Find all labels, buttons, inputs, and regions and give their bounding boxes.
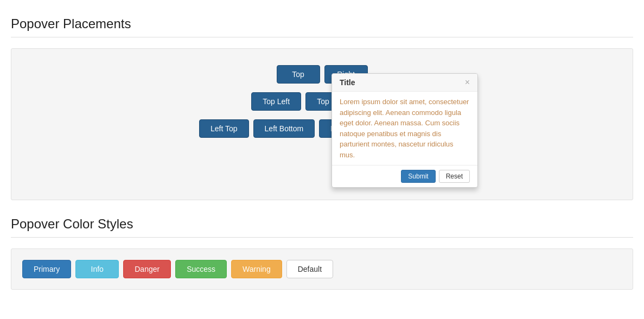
popover-body: Lorem ipsum dolor sit amet, consectetuer… — [332, 92, 477, 165]
popover: Title × Lorem ipsum dolor sit amet, cons… — [331, 73, 478, 188]
btn-left-top[interactable]: Left Top — [199, 119, 249, 138]
popover-title-text: Title — [340, 78, 355, 87]
btn-color-warning[interactable]: Warning — [231, 260, 282, 278]
popover-reset-button[interactable]: Reset — [439, 170, 470, 183]
popover-close-button[interactable]: × — [465, 78, 470, 87]
btn-color-primary[interactable]: Primary — [22, 260, 71, 278]
popover-submit-button[interactable]: Submit — [401, 170, 435, 183]
placements-demo-area: Top Right Top Left Top Right B Left Top — [11, 48, 633, 200]
btn-color-danger[interactable]: Danger — [123, 260, 171, 278]
btn-color-default[interactable]: Default — [286, 260, 333, 278]
btn-top[interactable]: Top — [277, 65, 320, 84]
btn-left-bottom[interactable]: Left Bottom — [253, 119, 315, 138]
btn-top-left[interactable]: Top Left — [251, 92, 301, 111]
placements-section-title: Popover Placements — [11, 16, 633, 31]
color-btn-row: Primary Info Danger Success Warning Defa… — [22, 260, 622, 278]
popover-header: Title × — [332, 74, 477, 92]
color-styles-section-title: Popover Color Styles — [11, 216, 633, 232]
btn-color-info[interactable]: Info — [75, 260, 119, 278]
color-demo-area: Primary Info Danger Success Warning Defa… — [11, 248, 633, 290]
btn-row-2: Top Left Top Right B — [22, 92, 622, 111]
popover-footer: Submit Reset — [332, 165, 477, 187]
btn-row-1: Top Right — [22, 65, 622, 84]
color-styles-divider — [11, 237, 633, 238]
placements-divider — [11, 37, 633, 37]
btn-row-3: Left Top Left Bottom Right Top Right Bot… — [22, 119, 622, 138]
btn-color-success[interactable]: Success — [175, 260, 227, 278]
